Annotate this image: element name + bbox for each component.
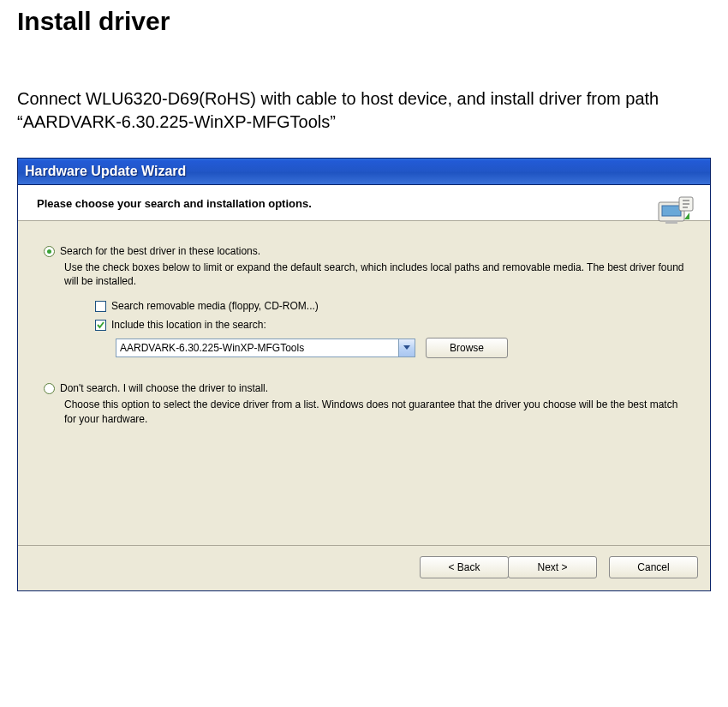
- check-include[interactable]: [95, 320, 106, 331]
- wizard-content: Search for the best driver in these loca…: [18, 221, 710, 545]
- radio-search[interactable]: [44, 246, 55, 257]
- radio-manual-desc: Choose this option to select the device …: [64, 398, 684, 425]
- chevron-down-icon: [403, 345, 410, 351]
- check-include-row[interactable]: Include this location in the search:: [95, 319, 684, 331]
- window-title: Hardware Update Wizard: [25, 164, 186, 179]
- path-value[interactable]: AARDVARK-6.30.225-WinXP-MFGTools: [116, 339, 398, 356]
- radio-manual-row[interactable]: Don't search. I will choose the driver t…: [44, 382, 684, 394]
- instruction-text: Connect WLU6320-D69(RoHS) with cable to …: [17, 87, 711, 134]
- next-button[interactable]: Next >: [508, 556, 597, 578]
- browse-button[interactable]: Browse: [426, 338, 508, 358]
- titlebar: Hardware Update Wizard: [18, 159, 710, 185]
- radio-search-row[interactable]: Search for the best driver in these loca…: [44, 245, 684, 257]
- wizard-header: Please choose your search and installati…: [18, 185, 710, 221]
- wizard-icon: [657, 194, 695, 231]
- cancel-button[interactable]: Cancel: [609, 556, 698, 578]
- wizard-header-title: Please choose your search and installati…: [37, 197, 312, 210]
- check-removable[interactable]: [95, 301, 106, 312]
- check-removable-label: Search removable media (floppy, CD-ROM..…: [111, 300, 319, 312]
- radio-manual[interactable]: [44, 383, 55, 394]
- radio-manual-label: Don't search. I will choose the driver t…: [60, 382, 268, 394]
- wizard-buttons: < Back Next > Cancel: [18, 545, 710, 590]
- check-removable-row[interactable]: Search removable media (floppy, CD-ROM..…: [95, 300, 684, 312]
- wizard-window: Hardware Update Wizard Please choose you…: [17, 158, 711, 591]
- svg-rect-1: [662, 206, 681, 216]
- combobox-dropdown-button[interactable]: [398, 339, 415, 356]
- radio-search-desc: Use the check boxes below to limit or ex…: [64, 261, 684, 288]
- back-button[interactable]: < Back: [420, 556, 509, 578]
- path-combobox[interactable]: AARDVARK-6.30.225-WinXP-MFGTools: [116, 339, 415, 357]
- page-title: Install driver: [17, 7, 711, 36]
- radio-search-label: Search for the best driver in these loca…: [60, 245, 260, 257]
- svg-rect-2: [665, 221, 677, 224]
- check-include-label: Include this location in the search:: [111, 319, 266, 331]
